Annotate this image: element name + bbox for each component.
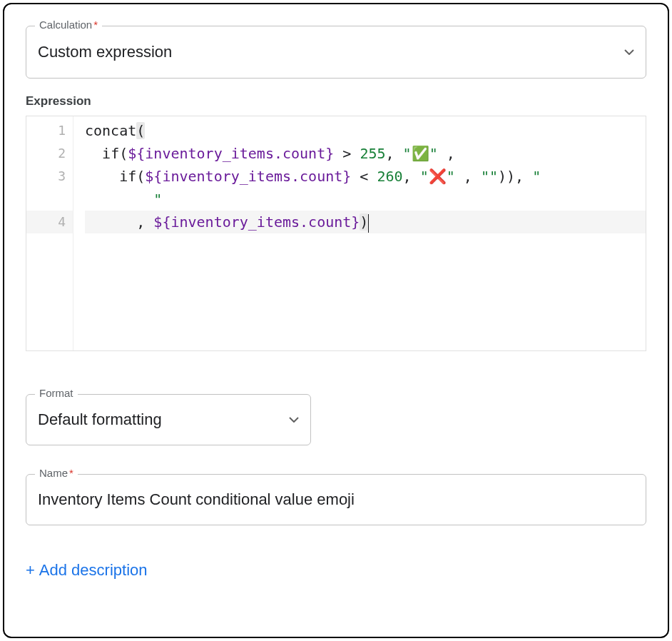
- add-description-button[interactable]: + Add description: [26, 561, 148, 580]
- name-label: Name*: [35, 468, 78, 478]
- add-description-label: Add description: [39, 561, 148, 580]
- format-value: Default formatting: [38, 398, 283, 442]
- editor-gutter: 1 2 3 4: [26, 116, 73, 350]
- code-line: if(${inventory_items.count} > 255, "✅" ,: [85, 142, 646, 165]
- code-line-wrap: ": [85, 188, 646, 211]
- plus-icon: +: [26, 562, 35, 578]
- format-select[interactable]: Format Default formatting: [26, 394, 311, 445]
- format-label: Format: [35, 388, 78, 398]
- code-line: , ${inventory_items.count}): [85, 211, 646, 233]
- expression-label: Expression: [26, 94, 646, 108]
- expression-editor[interactable]: 1 2 3 4 concat( if(${inventory_items.cou…: [26, 116, 646, 351]
- code-line: if(${inventory_items.count} < 260, "❌" ,…: [85, 165, 646, 188]
- calculation-label: Calculation*: [35, 19, 102, 30]
- code-line: concat(: [85, 119, 646, 142]
- dropdown-caret-icon: [289, 417, 299, 423]
- name-input[interactable]: Name* Inventory Items Count conditional …: [26, 474, 646, 525]
- text-cursor: [368, 214, 369, 233]
- editor-code[interactable]: concat( if(${inventory_items.count} > 25…: [73, 116, 646, 350]
- dropdown-caret-icon: [624, 49, 634, 55]
- calculation-select[interactable]: Calculation* Custom expression: [26, 26, 646, 79]
- name-value: Inventory Items Count conditional value …: [38, 478, 634, 522]
- form-panel: Calculation* Custom expression Expressio…: [3, 3, 669, 638]
- calculation-value: Custom expression: [38, 30, 618, 74]
